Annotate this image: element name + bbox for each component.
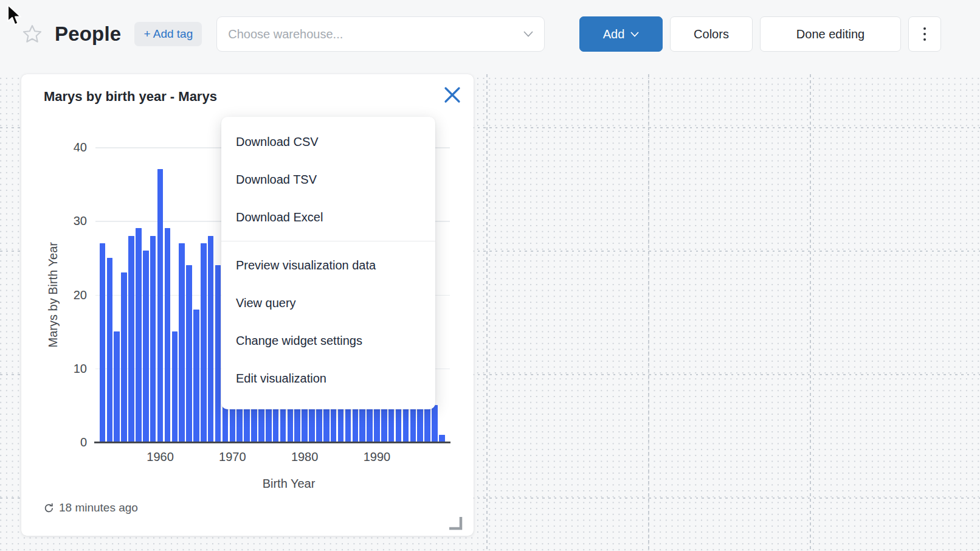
bar (107, 258, 113, 442)
bar (100, 243, 106, 442)
bar (353, 405, 359, 442)
bar (136, 228, 142, 442)
bar (251, 405, 257, 442)
grid-vline (648, 74, 649, 551)
x-tick-label: 1990 (350, 450, 404, 464)
done-editing-button[interactable]: Done editing (760, 16, 901, 52)
bar (273, 405, 279, 442)
bar (121, 272, 127, 442)
bar (258, 405, 264, 442)
warehouse-select[interactable]: Choose warehouse... (216, 16, 545, 52)
y-tick-label: 20 (58, 288, 87, 302)
bar (367, 405, 373, 442)
x-tick-label: 1960 (133, 450, 188, 464)
bar (215, 265, 221, 442)
x-axis-line (94, 442, 450, 443)
y-tick-label: 10 (58, 361, 87, 376)
bar (244, 405, 250, 442)
bar (143, 251, 149, 442)
bar (417, 405, 423, 442)
x-axis-label: Birth Year (176, 477, 401, 491)
bar (424, 405, 430, 442)
header-actions: Add Colors Done editing (579, 16, 941, 52)
x-tick-label: 1980 (277, 450, 332, 464)
widget-title: Marys by birth year - Marys (44, 89, 217, 105)
add-tag-button[interactable]: + Add tag (134, 22, 202, 46)
grid-vline (486, 74, 488, 551)
refresh-status[interactable]: 18 minutes ago (43, 501, 138, 515)
menu-item-download-csv[interactable]: Download CSV (221, 123, 435, 161)
bar (374, 405, 380, 442)
bar (359, 405, 365, 442)
bar (288, 405, 294, 442)
bar (208, 236, 214, 443)
menu-divider (221, 241, 435, 241)
colors-button[interactable]: Colors (670, 16, 753, 52)
resize-handle-icon[interactable] (448, 516, 463, 530)
kebab-icon (923, 27, 926, 30)
bar (388, 405, 395, 442)
bar (201, 243, 207, 442)
bar (302, 405, 308, 442)
y-tick-label: 0 (58, 435, 87, 449)
dashboard-header: People + Add tag Choose warehouse... Add… (0, 0, 980, 68)
app-root: People + Add tag Choose warehouse... Add… (0, 0, 980, 551)
bar (165, 228, 171, 442)
page-title: People (55, 23, 121, 46)
bar (316, 405, 322, 442)
bar (266, 405, 272, 442)
more-options-button[interactable] (908, 16, 941, 52)
bar (128, 236, 134, 443)
y-tick-label: 30 (58, 213, 87, 228)
close-widget-button[interactable] (442, 85, 463, 105)
bar (345, 405, 351, 442)
x-tick-label: 1970 (205, 450, 260, 464)
menu-item-preview-data[interactable]: Preview visualization data (221, 246, 435, 284)
bar (432, 405, 438, 442)
widget-context-menu: Download CSV Download TSV Download Excel… (221, 117, 435, 409)
add-button-label: Add (603, 27, 625, 41)
bar (323, 405, 330, 442)
close-icon (444, 86, 461, 103)
bar (179, 243, 185, 442)
chevron-down-icon (523, 31, 533, 37)
menu-item-widget-settings[interactable]: Change widget settings (221, 322, 435, 359)
bar (186, 265, 192, 442)
grid-vline (810, 74, 811, 551)
bar (396, 405, 402, 442)
add-button[interactable]: Add (579, 16, 663, 52)
refresh-status-text: 18 minutes ago (59, 501, 138, 515)
bar (338, 405, 344, 442)
bar (331, 405, 337, 442)
bar (230, 405, 236, 442)
bar (114, 331, 120, 442)
favorite-star-icon[interactable] (22, 24, 43, 44)
dashboard-canvas: Marys by Birth Year Birth Year 010203040… (0, 74, 980, 551)
bar (403, 405, 409, 442)
bar (150, 236, 156, 443)
menu-item-download-excel[interactable]: Download Excel (221, 198, 435, 236)
menu-item-download-tsv[interactable]: Download TSV (221, 161, 435, 198)
bar (236, 405, 243, 442)
bar (294, 405, 300, 442)
bar (172, 331, 178, 442)
y-tick-label: 40 (58, 140, 87, 154)
menu-item-edit-viz[interactable]: Edit visualization (221, 359, 435, 397)
menu-item-view-query[interactable]: View query (221, 284, 435, 322)
bar (309, 405, 315, 442)
bar (157, 169, 164, 442)
bar (381, 405, 387, 442)
bar (280, 405, 286, 442)
refresh-icon (43, 502, 55, 514)
warehouse-placeholder: Choose warehouse... (228, 27, 523, 41)
bar (410, 405, 416, 442)
chevron-down-icon (630, 32, 639, 37)
bar (193, 310, 199, 442)
